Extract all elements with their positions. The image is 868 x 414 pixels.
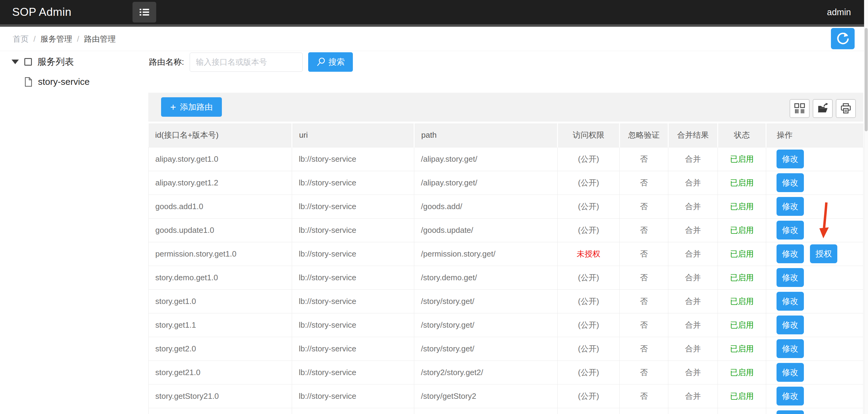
- modify-button[interactable]: 修改: [777, 221, 804, 239]
- cell-merge-result: 合并: [668, 313, 718, 337]
- cell-merge-result: 合并: [668, 242, 718, 266]
- cell-permission: (公开): [558, 266, 620, 289]
- column-header-permission: 访问权限: [558, 123, 620, 147]
- cell-ignore-validate: 否: [620, 218, 668, 242]
- header-shadow-strip: [0, 24, 868, 27]
- cell-actions: 修改: [766, 147, 863, 171]
- modify-button[interactable]: 修改: [777, 292, 804, 310]
- vertical-scrollbar[interactable]: [864, 0, 868, 414]
- search-form: 路由名称: 搜索: [149, 52, 353, 72]
- column-header-merge-result: 合并结果: [668, 123, 718, 147]
- export-button[interactable]: [813, 99, 833, 118]
- table-body: alipay.story.get1.0 lb://story-service /…: [149, 147, 863, 414]
- scrollbar-thumb[interactable]: [865, 28, 868, 131]
- breadcrumb-bar: 首页 / 服务管理 / 路由管理: [0, 27, 868, 51]
- add-route-button[interactable]: + 添加路由: [161, 97, 222, 117]
- cell-id: permission.story.get1.0: [149, 242, 292, 266]
- cell-path: /alipay.story.get/: [414, 147, 558, 171]
- cell-ignore-validate: 否: [620, 313, 668, 337]
- modify-button[interactable]: 修改: [777, 244, 804, 263]
- modify-button[interactable]: 修改: [777, 173, 804, 192]
- print-button[interactable]: [836, 99, 856, 118]
- cell-uri: lb://story-service: [292, 384, 414, 408]
- breadcrumb: 首页 / 服务管理 / 路由管理: [13, 33, 116, 44]
- cell-permission: (公开): [558, 195, 620, 218]
- cell-uri: lb://story-service: [292, 147, 414, 171]
- tree-node-story-service[interactable]: story-service: [0, 72, 143, 92]
- modify-button[interactable]: 修改: [777, 268, 804, 287]
- modify-button[interactable]: 修改: [777, 363, 804, 382]
- cell-actions: 修改: [766, 171, 863, 195]
- modify-button[interactable]: 修改: [777, 316, 804, 334]
- modify-button[interactable]: 修改: [777, 410, 804, 414]
- cell-status: 已启用: [718, 360, 766, 384]
- tree-child-label: story-service: [38, 77, 90, 87]
- cell-permission: (公开): [558, 147, 620, 171]
- sidebar-toggle-button[interactable]: [132, 2, 156, 23]
- modify-button[interactable]: 修改: [777, 150, 804, 168]
- cell-id: story.get2.0: [149, 337, 292, 360]
- cell-id: goods.add1.0: [149, 195, 292, 218]
- table-row: story.get1.1 lb://story-service /story/s…: [149, 313, 863, 337]
- cell-actions: 修改: [766, 289, 863, 313]
- plus-icon: +: [170, 102, 176, 112]
- table-header: id(接口名+版本号) uri path 访问权限 忽略验证 合并结果 状态 操…: [149, 123, 863, 147]
- magnifier-icon: [316, 57, 326, 67]
- modify-button[interactable]: 修改: [777, 197, 804, 216]
- route-table-widget: + 添加路由: [148, 93, 863, 414]
- cell-merge-result: 合并: [668, 266, 718, 289]
- route-name-input[interactable]: [190, 53, 303, 72]
- cell-permission: (公开): [558, 171, 620, 195]
- cell-actions: 修改授权: [766, 242, 863, 266]
- cell-actions: 修改: [766, 266, 863, 289]
- breadcrumb-item-service[interactable]: 服务管理: [40, 33, 72, 44]
- cell-merge-result: 合并: [668, 337, 718, 360]
- table-row: story.get2.0 lb://story-service /story/s…: [149, 337, 863, 360]
- cell-status: 已启用: [718, 266, 766, 289]
- page: SOP Admin admin 首页 / 服务管理 / 路由管理: [0, 0, 868, 414]
- columns-icon: [794, 103, 805, 114]
- cell-id: goods.update1.0: [149, 218, 292, 242]
- cell-id: story.get1.1: [149, 313, 292, 337]
- column-header-status: 状态: [718, 123, 766, 147]
- cell-uri: lb://story-service: [292, 266, 414, 289]
- cell-id: alipay.story.get1.2: [149, 171, 292, 195]
- list-menu-icon: [138, 6, 150, 18]
- user-menu[interactable]: admin: [827, 7, 851, 17]
- cell-status: 已启用: [718, 384, 766, 408]
- cell-ignore-validate: 否: [620, 384, 668, 408]
- cell-status: 已启用: [718, 171, 766, 195]
- cell-merge-result: 合并: [668, 171, 718, 195]
- modify-button[interactable]: 修改: [777, 387, 804, 406]
- cell-merge-result: 合并: [668, 147, 718, 171]
- cell-actions: 修改: [766, 218, 863, 242]
- breadcrumb-home-link[interactable]: 首页: [13, 33, 29, 44]
- authorize-button[interactable]: 授权: [810, 244, 837, 263]
- tree-node-service-list[interactable]: 服务列表: [0, 52, 143, 72]
- cell-actions: 修改: [766, 337, 863, 360]
- cell-uri: lb://story-service: [292, 218, 414, 242]
- cell-actions: 修改: [766, 360, 863, 384]
- cell-status: 已启用: [718, 242, 766, 266]
- cell-permission: (公开): [558, 337, 620, 360]
- cell-merge-result: 合并: [668, 384, 718, 408]
- column-header-ignore-validate: 忽略验证: [620, 123, 668, 147]
- modify-button[interactable]: 修改: [777, 339, 804, 358]
- print-icon: [840, 103, 851, 114]
- cell-status: 已启用: [718, 218, 766, 242]
- cell-permission: (公开): [558, 384, 620, 408]
- search-button[interactable]: 搜索: [308, 52, 353, 72]
- cell-merge-result: [668, 408, 718, 414]
- cell-uri: lb://story-service: [292, 289, 414, 313]
- cell-merge-result: 合并: [668, 360, 718, 384]
- cell-ignore-validate: 否: [620, 289, 668, 313]
- column-header-actions: 操作: [766, 123, 863, 147]
- cell-path: /goods.add/: [414, 195, 558, 218]
- breadcrumb-separator: /: [77, 34, 79, 43]
- cell-ignore-validate: 否: [620, 195, 668, 218]
- cell-path: /story.demo.get/: [414, 266, 558, 289]
- refresh-button[interactable]: [831, 28, 855, 49]
- toggle-columns-button[interactable]: [789, 99, 810, 118]
- caret-down-icon[interactable]: [11, 60, 19, 64]
- cell-actions: 修改: [766, 195, 863, 218]
